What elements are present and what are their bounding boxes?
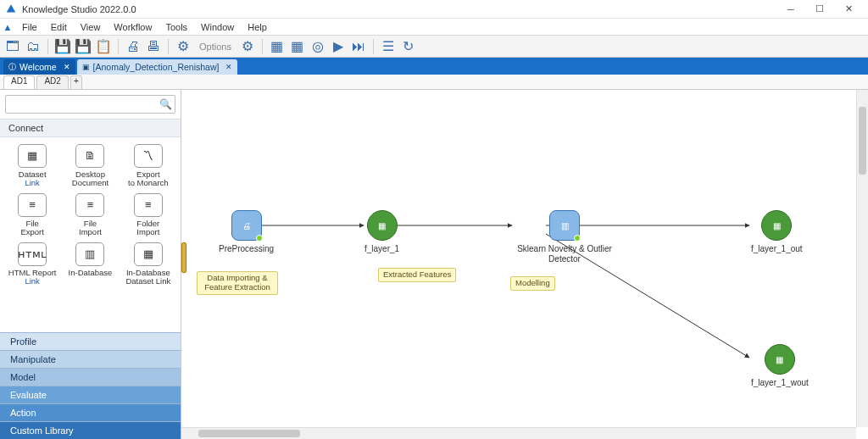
node-palette-sidebar: 🔍 Connect ▦ Dataset Link🗎 Desktop Docume… xyxy=(0,90,181,439)
palette-node-subtitle: Export xyxy=(20,228,43,236)
category-profile[interactable]: Profile xyxy=(0,332,181,350)
menu-help[interactable]: Help xyxy=(241,19,274,35)
palette-node[interactable]: ▥ In-Database xyxy=(63,242,117,286)
toolbar-separator xyxy=(47,39,48,54)
sheet-tab-ad1[interactable]: AD1 xyxy=(3,75,35,89)
note-modelling[interactable]: Modelling xyxy=(510,276,555,291)
toolbar-refresh-icon[interactable]: ↻ xyxy=(399,37,418,56)
palette-node[interactable]: ▦ Dataset Link xyxy=(5,144,59,188)
node-icon: 🖨 xyxy=(231,210,262,241)
node-sklearn-detector[interactable]: ▥ Sklearn Novelty & Outlier Detector xyxy=(514,210,615,264)
toolbar-gear-icon[interactable]: ⚙ xyxy=(238,37,257,56)
palette-node[interactable]: ≡ Folder Import xyxy=(121,193,175,237)
toolbar-copy-icon[interactable]: 📋 xyxy=(94,37,113,56)
app-logo-icon xyxy=(5,3,17,15)
minimize-button[interactable]: ─ xyxy=(776,1,805,18)
toolbar-target-icon[interactable]: ◎ xyxy=(309,37,327,56)
palette-node-icon: ▦ xyxy=(134,242,163,266)
canvas-scrollbar-horizontal[interactable] xyxy=(181,427,856,439)
title-bar: Knowledge Studio 2022.0.0 ─ ☐ ✕ xyxy=(0,0,868,19)
palette-node-subtitle: Document xyxy=(72,179,108,187)
toolbar-notes-icon[interactable]: ☰ xyxy=(379,37,398,56)
sheet-tab-ad2[interactable]: AD2 xyxy=(36,75,68,89)
tab-document-label: [Anomaly_Detection_Renishaw] xyxy=(93,62,220,72)
category-custom-library[interactable]: Custom Library xyxy=(0,421,181,439)
main-toolbar: 🗔 🗂 💾 💾 📋 🖨 🖶 ⚙ Options ⚙ ▦ ▦ ◎ ▶ ⏭ ☰ ↻ xyxy=(0,36,868,58)
palette-node-icon: 〽 xyxy=(134,144,163,168)
category-evaluate[interactable]: Evaluate xyxy=(0,386,181,403)
workflow-canvas[interactable]: 🖨 PreProcessing Data Importing & Feature… xyxy=(181,90,868,439)
node-label: Sklearn Novelty & Outlier Detector xyxy=(514,244,615,264)
palette-node-subtitle: to Monarch xyxy=(128,179,169,187)
palette-search[interactable]: 🔍 xyxy=(5,95,175,114)
node-icon: ▦ xyxy=(761,210,792,241)
menu-window[interactable]: Window xyxy=(194,19,241,35)
menu-view[interactable]: View xyxy=(74,19,108,35)
node-label: f_layer_1_out xyxy=(751,244,803,254)
node-label: PreProcessing xyxy=(219,244,274,254)
node-icon: ▥ xyxy=(549,210,580,241)
toolbar-printpreview-icon[interactable]: 🖶 xyxy=(144,37,163,56)
app-title: Knowledge Studio 2022.0.0 xyxy=(22,4,136,14)
close-icon[interactable]: ✕ xyxy=(225,63,232,71)
toolbar-blocks-icon[interactable]: ▦ xyxy=(268,37,287,56)
menu-tools[interactable]: Tools xyxy=(159,19,194,35)
connect-node-grid: ▦ Dataset Link🗎 Desktop Document〽 Export… xyxy=(0,137,181,293)
toolbar-grid-icon[interactable]: ▦ xyxy=(288,37,307,56)
menu-edit[interactable]: Edit xyxy=(44,19,74,35)
toolbar-separator xyxy=(168,39,169,54)
node-f-layer-1-wout[interactable]: ▦ f_layer_1_wout xyxy=(751,344,809,388)
palette-node-subtitle: Import xyxy=(136,228,159,236)
category-action[interactable]: Action xyxy=(0,403,181,421)
palette-node[interactable]: ≡ File Import xyxy=(63,193,117,237)
note-extracted-features[interactable]: Extracted Features xyxy=(378,268,456,282)
main-area: 🔍 Connect ▦ Dataset Link🗎 Desktop Docume… xyxy=(0,90,868,439)
tab-document[interactable]: ▣ [Anomaly_Detection_Renishaw] ✕ xyxy=(77,59,238,75)
palette-node-subtitle: Dataset Link xyxy=(125,277,170,286)
maximize-button[interactable]: ☐ xyxy=(805,1,834,18)
tab-welcome-label: Welcome xyxy=(19,62,57,72)
node-icon: ▦ xyxy=(367,210,398,241)
category-model[interactable]: Model xyxy=(0,368,181,386)
palette-node[interactable]: ≡ File Export xyxy=(5,193,59,237)
sheet-tabs: AD1 AD2 + xyxy=(0,75,868,90)
toolbar-save-icon[interactable]: 💾 xyxy=(53,37,72,56)
close-window-button[interactable]: ✕ xyxy=(834,1,863,18)
toolbar-saveall-icon[interactable]: 💾 xyxy=(74,37,92,56)
app-menu-icon[interactable]: ▲ xyxy=(0,22,15,32)
canvas-scrollbar-vertical[interactable] xyxy=(856,90,868,427)
palette-node[interactable]: 〽 Export to Monarch xyxy=(121,144,175,188)
toolbar-print-icon[interactable]: 🖨 xyxy=(124,37,142,56)
workflow-icon: ▣ xyxy=(82,63,90,71)
palette-node-title: In-Database xyxy=(69,269,113,277)
category-manipulate[interactable]: Manipulate xyxy=(0,350,181,368)
menu-workflow[interactable]: Workflow xyxy=(107,19,159,35)
toolbar-sliders-icon[interactable]: ⚙ xyxy=(174,37,192,56)
menu-file[interactable]: File xyxy=(15,19,44,35)
node-label: f_layer_1_wout xyxy=(751,378,809,388)
node-f-layer-1-out[interactable]: ▦ f_layer_1_out xyxy=(751,210,803,254)
category-connect[interactable]: Connect xyxy=(0,119,181,137)
palette-node[interactable]: 🗎 Desktop Document xyxy=(63,144,117,188)
toolbar-workspace-icon[interactable]: 🗔 xyxy=(3,37,22,56)
node-preprocessing[interactable]: 🖨 PreProcessing xyxy=(219,210,274,254)
note-preprocessing[interactable]: Data Importing & Feature Extraction xyxy=(197,271,278,295)
toolbar-run-icon[interactable]: ▶ xyxy=(329,37,348,56)
palette-node-icon: ≡ xyxy=(75,193,104,217)
sheet-tab-add[interactable]: + xyxy=(70,75,82,89)
search-input[interactable] xyxy=(6,99,156,109)
palette-node-subtitle: Link xyxy=(25,277,39,286)
toolbar-step-icon[interactable]: ⏭ xyxy=(349,37,368,56)
toolbar-stack-icon[interactable]: 🗂 xyxy=(24,37,42,56)
node-f-layer-1[interactable]: ▦ f_layer_1 xyxy=(364,210,399,254)
category-stack: Profile Manipulate Model Evaluate Action… xyxy=(0,332,181,439)
close-icon[interactable]: ✕ xyxy=(64,63,70,71)
toolbar-options-label[interactable]: Options xyxy=(194,42,236,52)
palette-node-icon: ▦ xyxy=(18,144,47,168)
tab-welcome[interactable]: ⓘ Welcome ✕ xyxy=(3,59,75,75)
search-icon[interactable]: 🔍 xyxy=(156,98,175,110)
palette-node[interactable]: ʜᴛᴍʟ HTML Report Link xyxy=(5,242,59,286)
palette-node[interactable]: ▦ In-Database Dataset Link xyxy=(121,242,175,286)
toolbar-separator xyxy=(262,39,263,54)
toolbar-separator xyxy=(373,39,374,54)
